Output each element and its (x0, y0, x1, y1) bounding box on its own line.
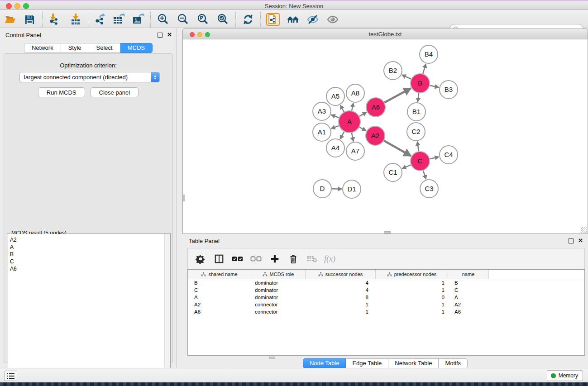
close-panel-button[interactable]: Close panel (91, 87, 139, 97)
control-panel-float-icon[interactable] (158, 33, 163, 38)
export-image-icon[interactable] (132, 13, 145, 26)
mcds-result-scrollbar[interactable] (164, 234, 170, 386)
tab-network[interactable]: Network (24, 43, 61, 53)
control-panel-close-icon[interactable]: ✕ (167, 31, 172, 38)
table-cell[interactable]: 1 (376, 309, 448, 315)
table-cell[interactable]: C (188, 287, 251, 293)
export-network-icon[interactable] (93, 13, 107, 26)
tab-style[interactable]: Style (61, 43, 89, 53)
column-header-shared-name[interactable]: shared name (188, 270, 251, 279)
graph-edge-A-A4[interactable] (340, 132, 344, 139)
network-horizontal-scrollbar[interactable] (384, 231, 391, 234)
table-cell[interactable]: 1 (376, 302, 448, 307)
table-cell[interactable]: C (448, 287, 489, 293)
graph-edge-C-C3[interactable] (423, 171, 426, 179)
column-header-name[interactable]: name (448, 270, 489, 279)
graph-edge-A-A3[interactable] (331, 115, 339, 118)
tab-edge-table[interactable]: Edge Table (346, 358, 388, 368)
table-row[interactable]: Adominator80A (188, 294, 584, 301)
table-cell[interactable]: 8 (306, 295, 376, 300)
table-cell[interactable]: B (448, 280, 489, 286)
select-all-checkboxes-icon[interactable] (231, 253, 244, 265)
zoom-in-icon[interactable] (156, 13, 170, 26)
graph-edge-A-A1[interactable] (331, 126, 339, 129)
column-header-successor-nodes[interactable]: successor nodes (306, 270, 376, 279)
mcds-result-item[interactable]: B (8, 251, 164, 258)
table-cell[interactable]: dominator (251, 280, 306, 286)
mcds-result-item[interactable]: A (8, 243, 164, 251)
table-row[interactable]: A2connector11A2 (188, 301, 584, 308)
refresh-icon[interactable] (241, 13, 255, 26)
table-cell[interactable]: dominator (251, 287, 306, 293)
run-mcds-button[interactable]: Run MCDS (38, 87, 85, 97)
graph-edge-B-B2[interactable] (402, 75, 411, 79)
tab-node-table[interactable]: Node Table (303, 358, 346, 368)
memory-button[interactable]: Memory (547, 370, 583, 381)
task-history-button[interactable] (5, 371, 17, 381)
network-window-titlebar[interactable]: testGlobe.txt (182, 29, 588, 39)
tab-select[interactable]: Select (89, 43, 120, 53)
table-cell[interactable]: 4 (306, 287, 376, 293)
save-session-icon[interactable] (23, 13, 36, 26)
graph-edge-A6-B[interactable] (384, 88, 411, 103)
table-cell[interactable]: 1 (376, 287, 448, 293)
import-network-icon[interactable] (47, 13, 61, 26)
graph-edge-B-B4[interactable] (423, 64, 425, 74)
table-row[interactable]: Cdominator41C (188, 286, 584, 294)
network-resize-grip[interactable] (581, 227, 587, 233)
table-panel-float-icon[interactable] (569, 238, 574, 243)
mcds-result-item[interactable]: A2 (8, 236, 164, 243)
table-cell[interactable]: 1 (306, 309, 376, 315)
zoom-fit-icon[interactable] (196, 13, 210, 26)
table-cell[interactable]: 0 (376, 295, 448, 300)
graph-edge-B-B3[interactable] (430, 86, 439, 87)
table-cell[interactable]: 1 (306, 302, 376, 307)
graph-edge-C-C1[interactable] (402, 165, 411, 168)
node-table-body[interactable]: Bdominator41BCdominator41CAdominator80AA… (188, 279, 584, 315)
graph-edge-A2-C[interactable] (384, 141, 411, 156)
graph-edge-A-A7[interactable] (352, 133, 354, 142)
table-cell[interactable]: A2 (448, 302, 489, 307)
table-cell[interactable]: A6 (188, 309, 251, 315)
table-cell[interactable]: B (188, 280, 251, 286)
open-session-icon[interactable] (4, 13, 17, 26)
tab-network-table[interactable]: Network Table (388, 358, 439, 368)
mcds-result-item[interactable]: C (8, 258, 164, 265)
mcds-result-list[interactable]: A2ABCA6 (8, 234, 164, 386)
tab-motifs[interactable]: Motifs (439, 358, 468, 368)
network-file-icon[interactable] (266, 13, 280, 26)
export-table-icon[interactable] (112, 13, 126, 26)
graph-edge-C-C4[interactable] (430, 157, 439, 159)
tab-mcds[interactable]: MCDS (120, 43, 153, 53)
criterion-dropdown[interactable]: largest connected component (directed) ▲… (19, 72, 160, 82)
graph-edge-A-A6[interactable] (359, 112, 367, 116)
graph-edge-C-C2[interactable] (417, 142, 419, 151)
add-column-icon[interactable] (268, 253, 281, 265)
mcds-result-item[interactable]: A6 (8, 265, 164, 272)
table-cell[interactable]: A2 (188, 302, 251, 307)
node-table[interactable]: shared name MCDS role successor nodes pr… (187, 269, 585, 356)
table-cell[interactable]: A (448, 295, 489, 300)
table-cell[interactable]: connector (251, 309, 306, 315)
main-titlebar[interactable]: Session: New Session (0, 1, 588, 10)
network-canvas[interactable]: AA1A2A3A4A5A6A7A8BB1B2B3B4CC1C2C3C4DD1 (182, 39, 588, 234)
zoom-out-icon[interactable] (176, 13, 190, 26)
birdseye-icon[interactable] (326, 13, 339, 26)
graph-edge-A-A5[interactable] (340, 105, 344, 112)
table-cell[interactable]: connector (251, 302, 306, 307)
graph-edge-B-B1[interactable] (418, 93, 419, 102)
graphics-details-icon[interactable] (306, 13, 320, 26)
column-header-mcds-role[interactable]: MCDS role (251, 270, 306, 279)
graph-edge-A-A2[interactable] (359, 127, 366, 131)
table-cell[interactable]: dominator (251, 295, 306, 300)
import-table-icon[interactable] (69, 13, 82, 26)
split-panel-icon[interactable] (213, 253, 225, 265)
zoom-selected-icon[interactable] (216, 13, 229, 26)
delete-icon[interactable] (287, 253, 300, 265)
network-vertical-scrollbar[interactable] (183, 195, 185, 201)
table-cell[interactable]: A6 (448, 309, 489, 315)
table-cell[interactable]: A (188, 295, 251, 300)
table-row[interactable]: Bdominator41B (188, 279, 584, 286)
column-header-predecessor-nodes[interactable]: predecessor nodes (376, 270, 448, 279)
graph-edge-A-A8[interactable] (352, 103, 354, 111)
